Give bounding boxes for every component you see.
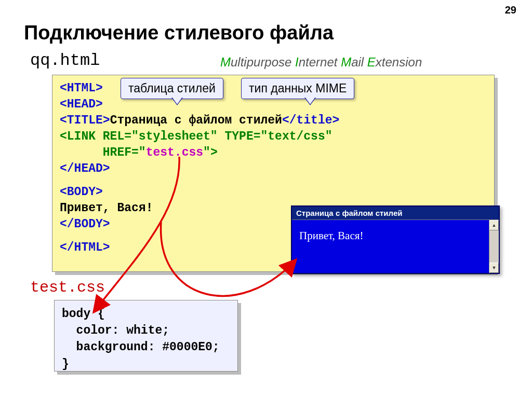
mime-ma2: ail bbox=[351, 55, 367, 69]
filename-css: test.css bbox=[30, 279, 105, 296]
code-line-3: <TITLE>Страница с файлом стилей</title> bbox=[60, 113, 487, 129]
code-line-4: <LINK REL="stylesheet" TYPE="text/css" bbox=[60, 129, 487, 145]
browser-content-wrap: Привет, Вася! ▲ ▼ bbox=[292, 219, 499, 273]
page-number: 29 bbox=[505, 4, 516, 16]
css-line-2: color: white; bbox=[62, 322, 230, 339]
code-box-css: body { color: white; background: #0000E0… bbox=[54, 300, 238, 372]
code-blank-1 bbox=[60, 177, 487, 184]
css-line-1: body { bbox=[62, 306, 230, 322]
code-line-5: HREF="test.css"> bbox=[60, 145, 487, 161]
mime-e: E bbox=[367, 55, 376, 69]
mime-e2: xtension bbox=[376, 55, 422, 69]
callout-stylesheet: таблица стилей bbox=[121, 78, 223, 99]
code-line-6: </HEAD> bbox=[60, 161, 487, 177]
browser-titlebar: Страница с файлом стилей bbox=[292, 207, 499, 219]
scroll-up-icon[interactable]: ▲ bbox=[489, 220, 499, 230]
scroll-down-icon[interactable]: ▼ bbox=[489, 263, 499, 273]
filename-html: qq.html bbox=[30, 51, 100, 70]
mime-i2: nternet bbox=[299, 55, 341, 69]
browser-content: Привет, Вася! bbox=[292, 220, 489, 273]
mime-ma: M bbox=[341, 55, 351, 69]
browser-preview: Страница с файлом стилей Привет, Вася! ▲… bbox=[291, 205, 500, 274]
mime-expansion: Multipurpose Internet Mail Extension bbox=[220, 55, 422, 70]
callout-stylesheet-tail bbox=[172, 97, 182, 104]
mime-i: I bbox=[295, 55, 299, 69]
callout-mime: тип данных MIME bbox=[241, 78, 354, 99]
callout-mime-tail bbox=[305, 97, 315, 104]
mime-m: M bbox=[220, 55, 231, 69]
mime-m2: ultipurpose bbox=[231, 55, 295, 69]
code-line-7: <BODY> bbox=[60, 184, 487, 200]
css-line-3: background: #0000E0; bbox=[62, 339, 230, 355]
scrollbar[interactable]: ▲ ▼ bbox=[489, 220, 499, 273]
css-line-4: } bbox=[62, 356, 230, 373]
slide-title: Подключение стилевого файла bbox=[24, 22, 334, 44]
